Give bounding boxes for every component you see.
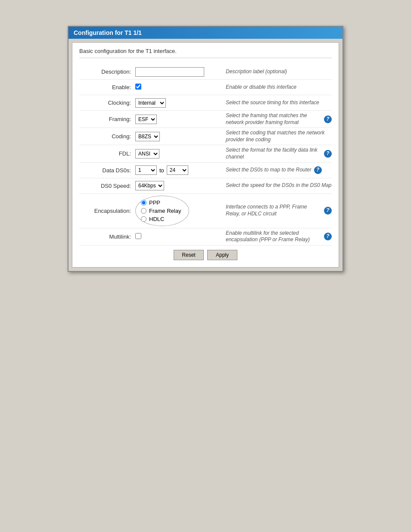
dialog-body: Basic configuration for the T1 interface…: [72, 42, 339, 268]
encapsulation-control: PPP Frame Relay HDLC: [135, 196, 221, 226]
data-ds0s-label: Data DS0s:: [79, 167, 135, 174]
enable-help: Enable or disable this interface: [221, 84, 332, 91]
framing-row: Framing: ESF D4 Select the framing that …: [79, 111, 332, 128]
clocking-control: Internal External Network: [135, 98, 221, 108]
encapsulation-ppp-radio[interactable]: [141, 200, 146, 205]
multilink-row: Multilink: Enable multilink for the sele…: [79, 228, 332, 246]
data-ds0s-to-select[interactable]: 1234 5678 9101112 13141516 17181920 2122…: [167, 165, 188, 175]
encapsulation-framerelay-radio[interactable]: [141, 208, 146, 214]
encapsulation-ppp-label: PPP: [149, 199, 160, 206]
enable-label: Enable:: [79, 84, 135, 90]
button-row: Reset Apply: [79, 246, 332, 262]
ds0-speed-help: Select the speed for the DS0s in the DS0…: [221, 182, 332, 189]
data-ds0s-row: Data DS0s: 1234 5678 9101112 13141516 17…: [79, 163, 332, 178]
enable-checkbox[interactable]: [135, 84, 141, 90]
multilink-help: Enable multilink for the selected encaps…: [221, 230, 332, 243]
clocking-select[interactable]: Internal External Network: [135, 98, 166, 108]
clocking-row: Clocking: Internal External Network Sele…: [79, 95, 332, 111]
multilink-checkbox[interactable]: [135, 233, 141, 239]
fdl-row: FDL: ANSI AT&T None Select the format fo…: [79, 145, 332, 162]
description-control: [135, 67, 221, 77]
clocking-label: Clocking:: [79, 100, 135, 106]
framing-select[interactable]: ESF D4: [135, 115, 157, 124]
coding-label: Coding:: [79, 133, 135, 140]
enable-control: [135, 84, 221, 91]
encapsulation-framerelay-label: Frame Relay: [149, 208, 181, 214]
fdl-control: ANSI AT&T None: [135, 149, 221, 159]
multilink-control: [135, 233, 221, 240]
description-label: Description:: [79, 68, 135, 75]
framing-help: Select the framing that matches the netw…: [221, 112, 332, 126]
encapsulation-framerelay-item[interactable]: Frame Relay: [141, 208, 181, 214]
data-ds0s-from-select[interactable]: 1234 5678 9101112 13141516 17181920 2122…: [135, 165, 157, 175]
framing-label: Framing:: [79, 116, 135, 122]
description-help: Description label (optional): [221, 68, 332, 75]
encapsulation-oval: PPP Frame Relay HDLC: [135, 196, 189, 226]
multilink-help-icon[interactable]: ?: [324, 233, 332, 240]
description-input[interactable]: [135, 67, 204, 77]
enable-row: Enable: Enable or disable this interface: [79, 80, 332, 95]
coding-help: Select the coding that matches the netwo…: [221, 130, 332, 143]
encapsulation-help: Interface connects to a PPP, Frame Relay…: [221, 204, 332, 217]
coding-row: Coding: B8ZS AMI Select the coding that …: [79, 128, 332, 145]
data-ds0s-help: Select the DS0s to map to the Router ?: [221, 166, 332, 174]
encapsulation-hdlc-label: HDLC: [149, 216, 164, 222]
configuration-dialog: Configuration for T1 1/1 Basic configura…: [68, 26, 343, 272]
encapsulation-hdlc-item[interactable]: HDLC: [141, 216, 181, 222]
multilink-label: Multilink:: [79, 233, 135, 240]
fdl-select[interactable]: ANSI AT&T None: [135, 149, 159, 159]
data-ds0s-help-icon[interactable]: ?: [314, 166, 322, 174]
encapsulation-row: Encapsulation: PPP Frame Relay HDLC: [79, 194, 332, 228]
fdl-help-icon[interactable]: ?: [324, 150, 332, 158]
clocking-help: Select the source timing for this interf…: [221, 100, 332, 106]
ds0-speed-select[interactable]: 64Kbps 56Kbps: [135, 181, 164, 190]
description-row: Description: Description label (optional…: [79, 64, 332, 80]
data-ds0s-control: 1234 5678 9101112 13141516 17181920 2122…: [135, 165, 221, 175]
apply-button[interactable]: Apply: [207, 250, 237, 260]
fdl-label: FDL:: [79, 150, 135, 157]
coding-select[interactable]: B8ZS AMI: [135, 132, 160, 141]
encapsulation-hdlc-radio[interactable]: [141, 216, 146, 222]
encapsulation-ppp-item[interactable]: PPP: [141, 199, 181, 206]
framing-control: ESF D4: [135, 115, 221, 124]
ds0-speed-row: DS0 Speed: 64Kbps 56Kbps Select the spee…: [79, 178, 332, 194]
reset-button[interactable]: Reset: [174, 250, 204, 260]
dialog-subtitle: Basic configuration for the T1 interface…: [79, 48, 332, 58]
fdl-help: Select the format for the facility data …: [221, 147, 332, 160]
encapsulation-help-icon[interactable]: ?: [324, 207, 332, 215]
ds0-speed-label: DS0 Speed:: [79, 183, 135, 189]
ds0-speed-control: 64Kbps 56Kbps: [135, 181, 221, 190]
framing-help-icon[interactable]: ?: [324, 115, 332, 123]
data-ds0s-to-label: to: [159, 167, 164, 174]
dialog-title: Configuration for T1 1/1: [68, 27, 342, 39]
encapsulation-label: Encapsulation:: [79, 208, 135, 214]
coding-control: B8ZS AMI: [135, 132, 221, 141]
